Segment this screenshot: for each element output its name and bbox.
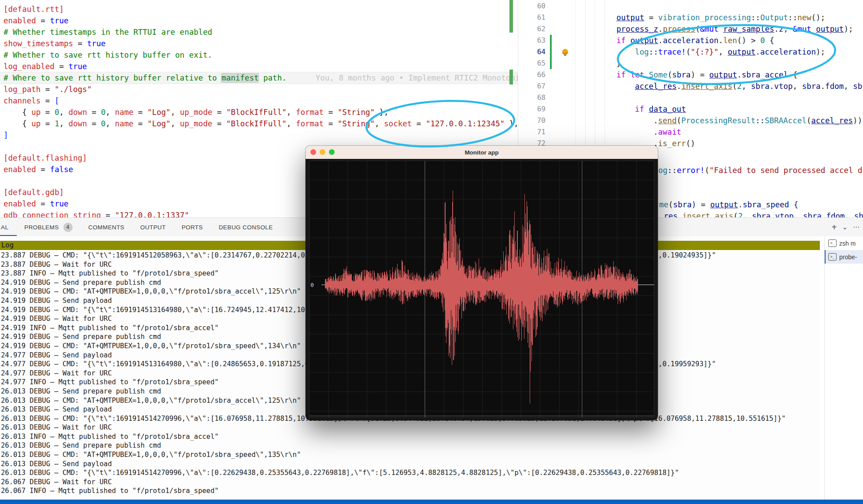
monitor-app-window[interactable]: Monitor app 0	[306, 146, 658, 420]
code-token: "String"	[338, 108, 375, 117]
code-token: name	[115, 108, 133, 117]
line-number: 63	[518, 35, 546, 46]
code-token: sb	[854, 212, 863, 217]
tab-debug-console[interactable]: DEBUG CONSOLE	[219, 224, 273, 231]
code-token: =	[324, 119, 338, 128]
tab-al[interactable]: AL	[1, 224, 8, 231]
code-token: "BlockIfFull"	[226, 119, 287, 128]
code-token: log	[635, 48, 649, 56]
code-token: name	[115, 119, 133, 128]
tab-comments[interactable]: COMMENTS	[89, 224, 125, 231]
minimize-button[interactable]	[320, 149, 325, 155]
code-token: raw_samples	[723, 25, 774, 33]
log-line: 26.013 DEBUG – CMD: "{\"t\":169191451427…	[0, 468, 820, 478]
code-token: # Whether timestamps in the RTTUI are en…	[4, 28, 212, 37]
code-token: ,	[287, 119, 296, 128]
code-token: show_timestamps	[4, 39, 73, 48]
code-token: .	[677, 82, 682, 91]
code-token: ::	[788, 13, 797, 22]
overview-ruler-change-mark	[509, 70, 513, 85]
code-text: accel_res.insert_axis(2, sbra.vtop, sbra…	[635, 81, 863, 92]
terminal-list-item-zsh-m[interactable]: >_zsh m	[825, 236, 863, 250]
code-token: =	[101, 211, 115, 217]
code-token: accel_res	[811, 116, 853, 125]
code-text: log::trace!("{:?}", output.acceleration)…	[635, 46, 825, 58]
toml-code-line: log_path = "./logs"	[0, 84, 518, 95]
code-token: },	[505, 119, 518, 128]
zoom-button[interactable]	[329, 149, 335, 155]
code-token: {	[789, 200, 798, 209]
code-token: [	[55, 96, 59, 105]
code-token: ,	[106, 119, 115, 128]
terminal-list-item-probe-[interactable]: >_probe-	[825, 250, 863, 264]
line-number: 61	[518, 12, 546, 23]
code-token: ,	[59, 108, 68, 117]
code-token: output	[616, 13, 644, 22]
code-token: output	[631, 36, 658, 45]
terminal-icon: >_	[828, 253, 837, 261]
code-token: new	[797, 13, 811, 22]
code-token: let	[631, 70, 645, 79]
code-token: .	[653, 128, 658, 136]
code-token: .	[771, 212, 775, 217]
code-token	[626, 36, 631, 45]
panel-tabs: ALPROBLEMS4COMMENTSOUTPUTPORTSDEBUG CONS…	[1, 218, 289, 236]
code-token: sbra	[803, 212, 822, 217]
code-token: "Log"	[148, 119, 171, 128]
code-token: [default.rtt]	[4, 5, 64, 14]
code-token: .	[770, 82, 774, 91]
rust-code-line: 71.await	[518, 126, 863, 138]
toml-code-line: # Whether to save rtt history buffer on …	[0, 49, 518, 61]
code-token: .	[737, 70, 742, 79]
code-text: .await	[653, 126, 681, 138]
code-token: output	[816, 25, 844, 33]
rust-code-line: 70.send(ProcessingResult::SBRAAccel(acce…	[518, 115, 863, 126]
toml-code-line: # Where to save rtt history buffer relat…	[0, 72, 518, 84]
window-title: Monitor app	[465, 149, 498, 156]
log-line: 26.013 DEBUG – Wait for URC	[0, 423, 820, 432]
code-token: sbr	[853, 82, 863, 91]
code-token: =	[73, 39, 87, 48]
code-token: sbra	[802, 82, 820, 91]
more-actions-button[interactable]: ⋯	[853, 223, 859, 231]
code-token: ]	[4, 131, 8, 140]
terminal-dropdown-button[interactable]: ⌄	[842, 223, 848, 231]
code-token: sbra	[752, 212, 771, 217]
code-token: sbra_speed	[743, 200, 789, 209]
monitor-titlebar[interactable]: Monitor app	[306, 146, 658, 159]
code-token: .	[821, 82, 826, 91]
tab-ports[interactable]: PORTS	[181, 224, 203, 231]
clipped-code-fragment: me(sbra) = output.sbra_speed {	[659, 199, 798, 210]
log-line: 26.013 DEBUG – CMD: "AT+QMTPUBEX=1,0,0,0…	[0, 450, 820, 460]
code-token: (	[695, 25, 700, 33]
code-token	[626, 70, 631, 79]
code-token: len	[723, 36, 737, 45]
code-token: Some	[649, 70, 668, 79]
gutter-change-bar	[550, 46, 552, 58]
terminal-list-sidebar: >_zsh m>_probe-	[824, 236, 863, 500]
new-terminal-button[interactable]: +	[832, 222, 837, 232]
line-number: 71	[518, 126, 546, 138]
code-text: output = vibration_processing::Output::n…	[616, 12, 825, 23]
code-token: accel_res	[635, 82, 677, 91]
rust-code-line: 63if output.acceleration.len() > 0 {	[518, 35, 863, 46]
lightbulb-icon[interactable]	[562, 49, 568, 55]
code-token: (	[807, 116, 811, 125]
code-token: data_out	[649, 105, 686, 114]
tab-problems[interactable]: PROBLEMS4	[24, 223, 72, 232]
code-token: .	[719, 36, 723, 45]
code-token: true	[87, 39, 106, 48]
rust-code-line: 65}	[518, 58, 863, 69]
code-token: SBRAAccel	[765, 116, 807, 125]
code-text: .send(ProcessingResult::SBRAAccel(accel_…	[653, 115, 862, 126]
tab-output[interactable]: OUTPUT	[140, 224, 166, 231]
code-token: &mut	[793, 25, 811, 33]
code-token: ::	[668, 166, 677, 175]
code-token: () >	[737, 36, 760, 45]
clipped-code-fragment: og::error!("Failed to send processed acc…	[658, 165, 863, 176]
toml-code-line: enabled = true	[0, 15, 518, 26]
close-button[interactable]	[310, 149, 316, 155]
code-token: fdom	[826, 212, 845, 217]
code-token: insert_axis	[681, 82, 732, 91]
code-token: ,	[170, 119, 180, 128]
